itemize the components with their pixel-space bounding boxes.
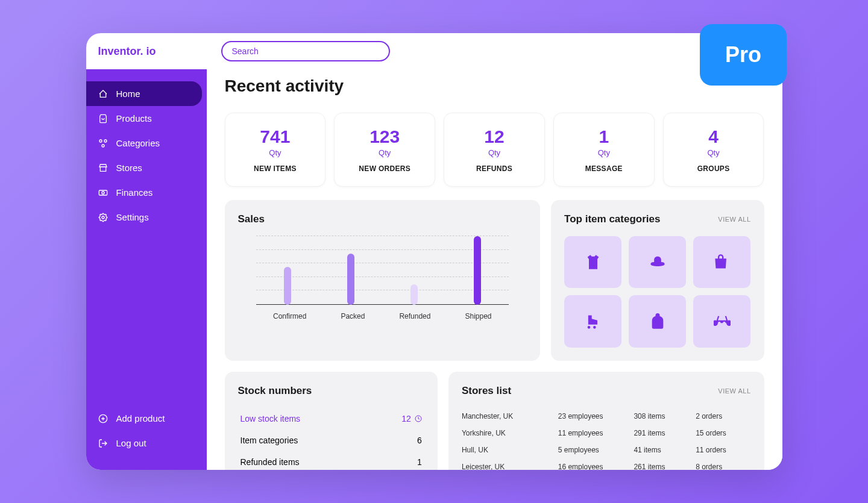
- category-roller-skate[interactable]: [564, 295, 621, 347]
- stat-value: 123: [341, 127, 429, 147]
- add-product-button[interactable]: Add product: [86, 406, 207, 431]
- sidebar-item-finances[interactable]: Finances: [86, 180, 207, 205]
- panel-title: Stock numbers: [238, 385, 312, 397]
- stock-panel: Stock numbers Low stock items12 Item cat…: [225, 372, 438, 470]
- svg-point-2: [102, 145, 104, 147]
- store-items: 291 items: [634, 429, 696, 437]
- search-input[interactable]: [221, 41, 390, 61]
- bottom-row: Stock numbers Low stock items12 Item cat…: [225, 372, 764, 470]
- chart-label: Shipped: [465, 312, 491, 320]
- sidebar-item-label: Log out: [116, 438, 146, 448]
- clock-icon: [415, 415, 422, 422]
- store-orders: 11 orders: [696, 446, 750, 454]
- categories-icon: [98, 139, 108, 148]
- store-employees: 5 employees: [558, 446, 634, 454]
- category-hat[interactable]: [629, 236, 686, 288]
- logout-button[interactable]: Log out: [86, 431, 207, 455]
- logo: Inventor. io: [86, 33, 207, 69]
- finances-icon: [98, 188, 108, 198]
- stat-card-groups[interactable]: 4 Qty GROUPS: [663, 113, 764, 187]
- panel-title: Top item categories: [564, 213, 660, 225]
- chart-bars: [256, 236, 509, 305]
- stat-card-refunds[interactable]: 12 Qty REFUNDS: [444, 113, 545, 187]
- category-shirt[interactable]: [564, 236, 621, 288]
- plus-circle-icon: [98, 414, 108, 423]
- chart-bar: [347, 254, 354, 305]
- stat-card-new-orders[interactable]: 123 Qty NEW ORDERS: [334, 113, 435, 187]
- glasses-icon: [714, 313, 731, 330]
- sidebar-item-settings[interactable]: Settings: [86, 205, 207, 230]
- stat-cards-row: 741 Qty NEW ITEMS 123 Qty NEW ORDERS 12 …: [225, 113, 764, 187]
- stock-label: Item categories: [241, 436, 298, 445]
- chart-label: Confirmed: [273, 312, 306, 320]
- store-items: 308 items: [634, 412, 696, 420]
- bag-icon: [98, 114, 108, 123]
- sidebar-item-categories[interactable]: Categories: [86, 131, 207, 155]
- sidebar-item-label: Settings: [116, 212, 149, 222]
- sidebar-item-label: Home: [116, 89, 140, 99]
- logout-icon: [98, 439, 108, 448]
- category-shopping-bag[interactable]: [693, 236, 750, 288]
- store-icon: [98, 163, 108, 173]
- home-icon: [98, 89, 108, 99]
- store-location: Leicester, UK: [462, 463, 558, 470]
- pro-badge: Pro: [700, 24, 787, 86]
- chart-bar: [284, 267, 291, 305]
- stat-label: GROUPS: [670, 164, 758, 173]
- sidebar-item-products[interactable]: Products: [86, 106, 207, 131]
- store-row[interactable]: Leicester, UK16 employees261 items8 orde…: [462, 458, 751, 470]
- stat-card-message[interactable]: 1 Qty MESSAGE: [553, 113, 655, 187]
- store-row[interactable]: Hull, UK5 employees41 items11 orders: [462, 442, 751, 458]
- chart-label: Refunded: [399, 312, 430, 320]
- stores-panel: Stores list VIEW ALL Manchester, UK23 em…: [448, 372, 764, 470]
- backpack-icon: [649, 313, 666, 330]
- stock-row[interactable]: Low stock items12: [238, 408, 424, 430]
- svg-point-0: [99, 140, 102, 142]
- store-row[interactable]: Yorkshire, UK11 employees291 items15 ord…: [462, 425, 751, 442]
- stat-qty: Qty: [450, 148, 538, 157]
- view-all-link[interactable]: VIEW ALL: [718, 216, 750, 223]
- sidebar-item-stores[interactable]: Stores: [86, 155, 207, 180]
- sidebar-item-home[interactable]: Home: [86, 81, 202, 106]
- store-orders: 8 orders: [696, 463, 750, 470]
- stat-label: MESSAGE: [560, 164, 648, 173]
- chart-label: Packed: [341, 312, 365, 320]
- store-location: Yorkshire, UK: [462, 429, 558, 437]
- store-items: 41 items: [634, 446, 696, 454]
- stores-table: Manchester, UK23 employees308 items2 ord…: [462, 408, 751, 470]
- store-row[interactable]: Manchester, UK23 employees308 items2 ord…: [462, 408, 751, 425]
- hat-icon: [649, 254, 666, 270]
- sidebar-item-label: Categories: [116, 138, 160, 148]
- bottom-nav: Add product Log out: [86, 396, 207, 470]
- chart-bar: [474, 236, 481, 305]
- stat-value: 1: [560, 127, 648, 147]
- app-window: Inventor. io Home Products Categories St…: [86, 33, 782, 470]
- stat-qty: Qty: [341, 148, 429, 157]
- stock-row[interactable]: Refunded items1: [238, 451, 424, 470]
- sidebar-item-label: Finances: [116, 187, 153, 198]
- sales-chart: ConfirmedPackedRefundedShipped: [238, 236, 527, 320]
- store-employees: 11 employees: [558, 429, 634, 437]
- mid-row: Sales ConfirmedPackedRefundedShipped: [225, 200, 764, 361]
- sidebar-item-label: Products: [116, 113, 152, 123]
- stock-row[interactable]: Item categories6: [238, 430, 424, 451]
- stat-value: 4: [670, 127, 758, 147]
- stock-rows: Low stock items12 Item categories6Refund…: [238, 408, 424, 470]
- stat-card-new-items[interactable]: 741 Qty NEW ITEMS: [225, 113, 326, 187]
- category-backpack[interactable]: [629, 295, 686, 347]
- chart-labels: ConfirmedPackedRefundedShipped: [256, 312, 509, 320]
- categories-panel: Top item categories VIEW ALL: [551, 200, 764, 361]
- shopping-bag-icon: [714, 254, 731, 270]
- store-orders: 2 orders: [696, 412, 750, 420]
- content-area: Recent activity 741 Qty NEW ITEMS 123 Qt…: [207, 69, 782, 470]
- store-employees: 23 employees: [558, 412, 634, 420]
- view-all-link[interactable]: VIEW ALL: [718, 387, 750, 395]
- main-content: Recent activity 741 Qty NEW ITEMS 123 Qt…: [207, 33, 782, 470]
- category-glasses[interactable]: [693, 295, 750, 347]
- panel-title: Stores list: [462, 385, 511, 397]
- stock-label: Low stock items: [241, 414, 301, 423]
- sidebar: Inventor. io Home Products Categories St…: [86, 33, 207, 470]
- svg-point-4: [102, 192, 104, 194]
- stat-value: 12: [450, 127, 538, 147]
- stock-value: 1: [417, 457, 422, 467]
